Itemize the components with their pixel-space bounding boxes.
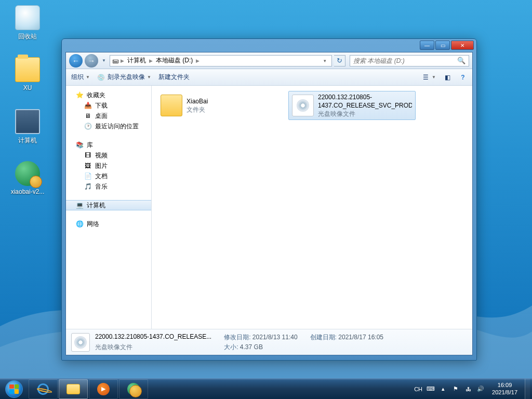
clock[interactable]: 16:09 2021/8/17 — [489, 382, 521, 395]
computer-icon — [15, 109, 40, 134]
desktop-icon-folder-xu[interactable]: XU — [8, 57, 47, 91]
tray-chevron-icon[interactable]: ▴ — [439, 385, 447, 393]
taskbar-ie[interactable] — [29, 379, 58, 399]
breadcrumb-computer[interactable]: 计算机 — [126, 56, 147, 65]
app-icon — [15, 161, 40, 186]
disc-image-icon — [292, 95, 314, 116]
network-icon: 🌐 — [75, 220, 84, 228]
desktop-icon-label: 回收站 — [8, 32, 47, 41]
download-icon: 📥 — [84, 101, 92, 110]
search-icon: 🔍 — [457, 57, 466, 64]
folder-icon — [161, 95, 182, 116]
recent-icon: 🕑 — [84, 122, 92, 130]
details-name: 22000.132.210805-1437.CO_RELEASE... — [95, 333, 211, 342]
nav-pictures[interactable]: 🖼图片 — [66, 161, 151, 171]
desktop-icon-label: XU — [8, 84, 47, 91]
taskbar-wmp[interactable]: ▶ — [89, 379, 118, 399]
drive-icon: 🖴 — [112, 57, 118, 64]
item-name: 22000.132.210805-1437.CO_RELEASE_SVC_PRO… — [318, 93, 412, 110]
nav-desktop[interactable]: 🖥桌面 — [66, 111, 151, 121]
search-box[interactable]: 🔍 — [350, 55, 469, 66]
details-pane: 22000.132.210805-1437.CO_RELEASE... 修改日期… — [66, 329, 472, 355]
details-type: 光盘映像文件 — [95, 343, 211, 352]
music-icon: 🎵 — [84, 182, 92, 191]
titlebar: — ▭ ✕ — [65, 41, 474, 51]
folder-icon — [15, 57, 40, 82]
picture-icon: 🖼 — [84, 162, 92, 170]
help-icon: ? — [459, 73, 467, 82]
ime-indicator[interactable]: CH — [414, 386, 422, 392]
taskbar-explorer[interactable] — [59, 379, 88, 399]
computer-icon: 💻 — [75, 201, 84, 209]
action-center-icon[interactable]: ⚑ — [451, 385, 460, 393]
nav-pane: ⭐收藏夹 📥下载 🖥桌面 🕑最近访问的位置 📚库 🎞视频 🖼图片 📄文档 🎵音乐… — [66, 86, 152, 329]
item-type: 文件夹 — [187, 105, 208, 114]
taskbar: ▶ CH ⌨ ▴ ⚑ 🖧 🔊 16:09 2021/8/17 — [0, 378, 532, 399]
ime-tool-icon[interactable]: ⌨ — [427, 385, 435, 393]
star-icon: ⭐ — [75, 91, 84, 99]
nav-network[interactable]: 🌐网络 — [66, 219, 151, 229]
app-icon — [127, 383, 140, 395]
nav-bar: ← → ▼ 🖴 ▶ 计算机 ▶ 本地磁盘 (D:) ▶ ▾ ↻ 🔍 — [66, 52, 472, 69]
network-tray-icon[interactable]: 🖧 — [464, 385, 472, 393]
video-icon: 🎞 — [84, 151, 92, 159]
search-input[interactable] — [353, 57, 457, 64]
nav-downloads[interactable]: 📥下载 — [66, 100, 151, 111]
system-tray: CH ⌨ ▴ ⚑ 🖧 🔊 16:09 2021/8/17 — [412, 379, 532, 400]
back-button[interactable]: ← — [69, 54, 83, 68]
forward-button[interactable]: → — [85, 54, 98, 68]
disc-icon: 💿 — [97, 73, 105, 82]
close-button[interactable]: ✕ — [451, 41, 474, 50]
nav-recent[interactable]: 🕑最近访问的位置 — [66, 121, 151, 131]
volume-icon[interactable]: 🔊 — [476, 385, 485, 393]
desktop-icon-xiaobai[interactable]: xiaobai-v2... — [8, 161, 47, 195]
recycle-bin-icon — [15, 5, 40, 30]
file-list: XiaoBai 文件夹 22000.132.210805-1437.CO_REL… — [152, 86, 472, 329]
minimize-button[interactable]: — — [420, 41, 434, 50]
nav-documents[interactable]: 📄文档 — [66, 171, 151, 181]
desktop-icon-computer[interactable]: 计算机 — [8, 109, 47, 145]
nav-libraries[interactable]: 📚库 — [66, 140, 151, 150]
nav-favorites[interactable]: ⭐收藏夹 — [66, 90, 151, 100]
view-mode-button[interactable]: ☰▼ — [421, 73, 436, 82]
nav-videos[interactable]: 🎞视频 — [66, 150, 151, 161]
nav-computer[interactable]: 💻计算机 — [66, 200, 151, 210]
clock-time: 16:09 — [492, 382, 517, 389]
details-modified: 2021/8/13 11:40 — [252, 334, 298, 341]
explorer-icon — [66, 384, 80, 394]
details-size: 4.37 GB — [240, 343, 263, 351]
item-type: 光盘映像文件 — [318, 110, 412, 118]
ie-icon — [36, 382, 50, 395]
address-dropdown[interactable]: ▾ — [320, 58, 329, 63]
list-item-iso[interactable]: 22000.132.210805-1437.CO_RELEASE_SVC_PRO… — [288, 91, 416, 120]
desktop-icon-label: 计算机 — [8, 136, 47, 145]
item-name: XiaoBai — [187, 97, 208, 105]
show-desktop-button[interactable] — [525, 379, 530, 400]
library-icon: 📚 — [75, 141, 84, 149]
view-icon: ☰ — [421, 73, 430, 82]
refresh-button[interactable]: ↻ — [334, 55, 345, 66]
help-button[interactable]: ? — [459, 73, 467, 82]
desktop-icon: 🖥 — [84, 112, 92, 120]
organize-menu[interactable]: 组织▼ — [71, 73, 90, 82]
details-created: 2021/8/17 16:05 — [338, 334, 383, 341]
nav-history-dropdown[interactable]: ▼ — [100, 56, 108, 65]
address-bar[interactable]: 🖴 ▶ 计算机 ▶ 本地磁盘 (D:) ▶ ▾ — [110, 55, 332, 66]
burn-image-button[interactable]: 💿刻录光盘映像▼ — [97, 73, 151, 82]
new-folder-button[interactable]: 新建文件夹 — [158, 73, 190, 82]
breadcrumb-drive[interactable]: 本地磁盘 (D:) — [155, 56, 194, 65]
clock-date: 2021/8/17 — [492, 389, 517, 396]
desktop-icon-recycle[interactable]: 回收站 — [8, 5, 47, 41]
start-button[interactable] — [0, 379, 28, 400]
pane-icon: ◧ — [443, 73, 451, 82]
disc-image-icon — [71, 333, 90, 352]
preview-pane-button[interactable]: ◧ — [443, 73, 451, 82]
nav-music[interactable]: 🎵音乐 — [66, 181, 151, 192]
taskbar-app[interactable] — [119, 379, 148, 399]
list-item-folder[interactable]: XiaoBai 文件夹 — [157, 91, 284, 120]
toolbar: 组织▼ 💿刻录光盘映像▼ 新建文件夹 ☰▼ ◧ ? — [66, 69, 472, 86]
wmp-icon: ▶ — [97, 383, 110, 395]
maximize-button[interactable]: ▭ — [435, 41, 450, 50]
document-icon: 📄 — [84, 172, 92, 180]
explorer-window: — ▭ ✕ ← → ▼ 🖴 ▶ 计算机 ▶ 本地磁盘 (D:) ▶ ▾ ↻ 🔍 — [61, 38, 477, 361]
